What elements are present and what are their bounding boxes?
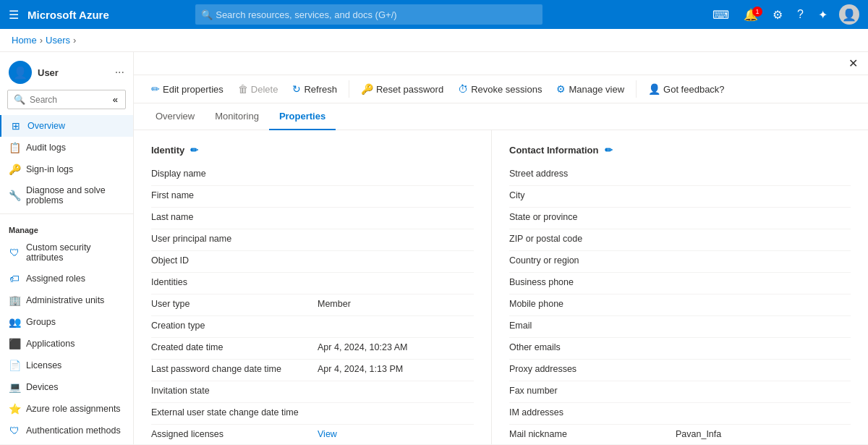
user-avatar[interactable]: 👤 [839, 4, 859, 25]
tab-monitoring[interactable]: Monitoring [205, 103, 269, 130]
cloud-shell-button[interactable]: ⌨ [707, 5, 735, 25]
properties-left: Identity ✏ Display name First name Last … [134, 130, 492, 444]
close-button[interactable]: ✕ [844, 55, 862, 72]
delete-label: Delete [251, 84, 278, 95]
notifications-button[interactable]: 🔔 1 [738, 5, 764, 25]
feedback-button[interactable]: ✦ [812, 5, 833, 25]
revoke-sessions-button[interactable]: ⏱ Revoke sessions [452, 80, 548, 98]
sidebar-item-azure-role[interactable]: ⭐ Azure role assignments [0, 398, 133, 420]
settings-button[interactable]: ⚙ [767, 5, 788, 25]
breadcrumb-sep1: › [40, 35, 43, 46]
menu-icon[interactable]: ☰ [9, 8, 19, 22]
auth-methods-icon: 🛡 [9, 425, 20, 436]
prop-street-address: Street address [509, 164, 851, 186]
content-header-row: ✕ [134, 52, 868, 75]
sidebar-item-sign-in-logs[interactable]: 🔑 Sign-in logs [0, 158, 133, 180]
revoke-icon: ⏱ [458, 83, 468, 95]
prop-label-last-name: Last name [151, 212, 318, 222]
identity-edit-icon[interactable]: ✏ [190, 145, 198, 156]
devices-icon: 💻 [9, 381, 20, 393]
tabs: Overview Monitoring Properties [134, 103, 868, 130]
app-logo: Microsoft Azure [27, 9, 109, 21]
prop-label-invitation-state: Invitation state [151, 386, 318, 396]
prop-mail-nickname: Mail nickname Pavan_Infa [509, 425, 851, 444]
contact-title-text: Contact Information [509, 145, 599, 156]
prop-value-assigned-licenses[interactable]: View [318, 429, 337, 439]
contact-section-title: Contact Information ✏ [509, 145, 851, 156]
sidebar-item-groups[interactable]: 👥 Groups [0, 311, 133, 333]
sidebar-ellipsis-button[interactable]: ··· [115, 66, 124, 79]
contact-edit-icon[interactable]: ✏ [605, 145, 613, 156]
properties-content: Identity ✏ Display name First name Last … [134, 130, 868, 444]
prop-object-id: Object ID [151, 251, 474, 273]
prop-email: Email [509, 316, 851, 338]
sidebar-item-custom-security[interactable]: 🛡 Custom security attributes [0, 237, 133, 268]
delete-icon: 🗑 [238, 83, 248, 95]
prop-proxy-addresses: Proxy addresses [509, 360, 851, 381]
prop-state: State or province [509, 208, 851, 229]
sidebar-item-assigned-roles[interactable]: 🏷 Assigned roles [0, 268, 133, 289]
prop-assigned-licenses: Assigned licenses View [151, 425, 474, 444]
manage-view-button[interactable]: ⚙ Manage view [550, 80, 630, 98]
prop-label-display-name: Display name [151, 169, 318, 179]
breadcrumb-home[interactable]: Home [12, 35, 37, 46]
prop-country: Country or region [509, 251, 851, 273]
prop-label-creation-type: Creation type [151, 321, 318, 331]
sidebar-label-custom-security: Custom security attributes [26, 242, 124, 263]
licenses-icon: 📄 [9, 360, 20, 371]
main-layout: 👤 User ··· 🔍 « ⊞ Overview 📋 Audit logs 🔑… [0, 52, 868, 444]
sidebar-item-auth-methods[interactable]: 🛡 Authentication methods [0, 420, 133, 441]
tab-properties[interactable]: Properties [269, 103, 336, 130]
sidebar-item-diagnose[interactable]: 🔧 Diagnose and solve problems [0, 180, 133, 211]
delete-button[interactable]: 🗑 Delete [232, 80, 284, 98]
prop-label-first-name: First name [151, 190, 318, 200]
prop-invitation-state: Invitation state [151, 381, 474, 403]
sidebar-item-admin-units[interactable]: 🏢 Administrative units [0, 289, 133, 311]
refresh-icon: ↻ [292, 83, 301, 95]
reset-password-label: Reset password [376, 84, 443, 95]
global-search-input[interactable] [195, 4, 542, 25]
help-button[interactable]: ? [791, 5, 809, 24]
prop-im-addresses: IM addresses [509, 403, 851, 425]
prop-label-business-phone: Business phone [509, 277, 676, 287]
reset-password-icon: 🔑 [361, 83, 373, 95]
edit-label: Edit properties [163, 84, 224, 95]
prop-label-street: Street address [509, 169, 676, 179]
prop-created-date: Created date time Apr 4, 2024, 10:23 AM [151, 338, 474, 360]
sidebar-item-applications[interactable]: ⬛ Applications [0, 333, 133, 355]
sidebar-collapse-button[interactable]: « [111, 93, 119, 106]
sidebar-label-auth-methods: Authentication methods [26, 425, 121, 436]
prop-last-name: Last name [151, 208, 474, 229]
prop-label-zip: ZIP or postal code [509, 234, 676, 244]
refresh-button[interactable]: ↻ Refresh [286, 80, 343, 98]
applications-icon: ⬛ [9, 338, 20, 349]
sidebar-search-input[interactable] [30, 95, 107, 105]
prop-creation-type: Creation type [151, 316, 474, 338]
toolbar-sep-1 [349, 80, 349, 98]
sidebar-item-overview[interactable]: ⊞ Overview [0, 115, 133, 137]
prop-user-type: User type Member [151, 294, 474, 316]
refresh-label: Refresh [304, 84, 337, 95]
sidebar-item-devices[interactable]: 💻 Devices [0, 376, 133, 398]
breadcrumb-users[interactable]: Users [46, 35, 70, 46]
tab-overview[interactable]: Overview [145, 103, 205, 130]
prop-label-ext-state-change: External user state change date time [151, 407, 318, 418]
prop-value-last-pw-change: Apr 4, 2024, 1:13 PM [318, 364, 403, 374]
prop-display-name: Display name [151, 164, 474, 186]
sidebar-label-diagnose: Diagnose and solve problems [26, 185, 124, 205]
reset-password-button[interactable]: 🔑 Reset password [355, 80, 449, 98]
overview-icon: ⊞ [10, 120, 22, 132]
sidebar-user-info: 👤 User [9, 61, 59, 84]
custom-security-icon: 🛡 [9, 247, 20, 258]
edit-properties-button[interactable]: ✏ Edit properties [145, 80, 229, 98]
prop-label-assigned-licenses: Assigned licenses [151, 429, 318, 439]
topnav-icons: ⌨ 🔔 1 ⚙ ? ✦ 👤 [707, 4, 859, 25]
prop-first-name: First name [151, 186, 474, 208]
feedback-button[interactable]: 👤 Got feedback? [642, 80, 731, 98]
toolbar-sep-2 [636, 80, 637, 98]
prop-label-proxy-addresses: Proxy addresses [509, 364, 676, 374]
sidebar-item-licenses[interactable]: 📄 Licenses [0, 355, 133, 376]
sidebar-item-audit-logs[interactable]: 📋 Audit logs [0, 137, 133, 158]
prop-label-city: City [509, 190, 676, 200]
sidebar-label-applications: Applications [26, 339, 75, 349]
